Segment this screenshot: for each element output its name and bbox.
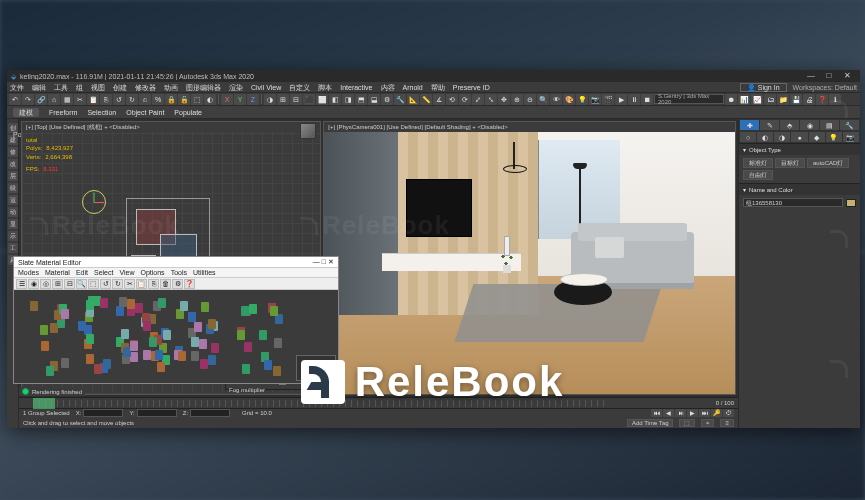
material-editor-titlebar[interactable]: Slate Material Editor — □ ✕ bbox=[14, 257, 338, 268]
menu-item[interactable]: 自定义 bbox=[289, 84, 310, 91]
toolbar-button[interactable]: ⏸ bbox=[628, 94, 640, 105]
material-node[interactable] bbox=[194, 322, 202, 332]
playback-button[interactable]: ⏮ bbox=[651, 409, 662, 417]
material-node[interactable] bbox=[249, 304, 257, 314]
mateditor-tool-button[interactable]: ↺ bbox=[100, 279, 111, 289]
command-tab[interactable]: ▤ bbox=[820, 120, 839, 130]
material-node[interactable] bbox=[86, 334, 94, 344]
menu-item[interactable]: Civil View bbox=[251, 84, 281, 91]
menu-item[interactable]: 内容 bbox=[381, 84, 395, 91]
toolbar-button[interactable]: ▦ bbox=[61, 94, 73, 105]
toolbar-button[interactable]: 🖨 bbox=[803, 94, 815, 105]
left-strip-button[interactable]: 级 bbox=[8, 183, 18, 193]
material-node[interactable] bbox=[41, 341, 49, 351]
toolbar-button[interactable]: ⌂ bbox=[48, 94, 60, 105]
command-category[interactable]: 📷 bbox=[843, 132, 859, 142]
material-node[interactable] bbox=[208, 319, 216, 329]
material-node[interactable] bbox=[163, 330, 171, 340]
toolbar-button[interactable]: ℹ bbox=[829, 94, 841, 105]
toolbar-button[interactable]: ◑ bbox=[264, 94, 276, 105]
material-node[interactable] bbox=[264, 360, 272, 370]
material-node[interactable] bbox=[143, 321, 151, 331]
material-node[interactable] bbox=[237, 330, 245, 340]
material-node[interactable] bbox=[46, 366, 54, 376]
toolbar-button[interactable]: 📐 bbox=[407, 94, 419, 105]
transform-gizmo[interactable] bbox=[82, 190, 106, 214]
playback-button[interactable]: ▶ bbox=[687, 409, 698, 417]
material-node[interactable] bbox=[242, 364, 250, 374]
material-node[interactable] bbox=[157, 362, 165, 372]
command-category[interactable]: 💡 bbox=[826, 132, 842, 142]
material-node[interactable] bbox=[201, 302, 209, 312]
menu-item[interactable]: Preserve ID bbox=[453, 84, 490, 91]
playback-button[interactable]: 🔑 bbox=[711, 409, 722, 417]
command-tab[interactable]: ✎ bbox=[760, 120, 779, 130]
mateditor-tool-button[interactable]: ◎ bbox=[40, 279, 51, 289]
toolbar-button[interactable]: ↷ bbox=[22, 94, 34, 105]
material-node[interactable] bbox=[94, 364, 102, 374]
material-node[interactable] bbox=[241, 306, 249, 316]
menu-item[interactable]: 修改器 bbox=[135, 84, 156, 91]
toolbar-button[interactable]: ⏺ bbox=[725, 94, 737, 105]
material-node[interactable] bbox=[188, 312, 196, 322]
toolbar-button[interactable]: ↺ bbox=[113, 94, 125, 105]
toolbar-button[interactable]: 📏 bbox=[420, 94, 432, 105]
command-tab[interactable]: 🔧 bbox=[840, 120, 859, 130]
menu-item[interactable]: 视图 bbox=[91, 84, 105, 91]
command-category[interactable]: ● bbox=[791, 132, 807, 142]
toolbar-button[interactable]: 📋 bbox=[87, 94, 99, 105]
coord-z-input[interactable] bbox=[190, 409, 230, 417]
toolbar-button[interactable]: ⎘ bbox=[100, 94, 112, 105]
material-node[interactable] bbox=[149, 337, 157, 347]
toolbar-button[interactable]: ◧ bbox=[329, 94, 341, 105]
mateditor-menu-item[interactable]: Tools bbox=[171, 269, 187, 276]
material-node[interactable] bbox=[208, 355, 216, 365]
object-name-field[interactable]: 组136558130 bbox=[743, 198, 843, 207]
mateditor-menu-item[interactable]: Options bbox=[141, 269, 165, 276]
maximize-button[interactable]: □ bbox=[820, 71, 838, 81]
left-strip-button[interactable]: 工 bbox=[8, 243, 18, 253]
material-node[interactable] bbox=[191, 337, 199, 347]
mateditor-tool-button[interactable]: ⬚ bbox=[88, 279, 99, 289]
menu-item[interactable]: 帮助 bbox=[431, 84, 445, 91]
material-node[interactable] bbox=[40, 325, 48, 335]
close-button[interactable]: ✕ bbox=[838, 71, 856, 81]
command-tab[interactable]: ✚ bbox=[740, 120, 759, 130]
param-spinner[interactable]: 1 bbox=[313, 386, 335, 394]
mateditor-tool-button[interactable]: ❓ bbox=[184, 279, 195, 289]
toolbar-button[interactable]: ⬒ bbox=[355, 94, 367, 105]
mateditor-tool-button[interactable]: 🔍 bbox=[76, 279, 87, 289]
snap-button[interactable]: ⌖ bbox=[701, 419, 714, 427]
material-node[interactable] bbox=[103, 359, 111, 369]
material-node[interactable] bbox=[270, 306, 278, 316]
material-node[interactable] bbox=[199, 339, 207, 349]
timeline-cursor[interactable] bbox=[33, 398, 55, 409]
toolbar-button[interactable]: ⬚ bbox=[191, 94, 203, 105]
mateditor-tool-button[interactable]: ⎘ bbox=[148, 279, 159, 289]
toolbar-button[interactable]: 💾 bbox=[790, 94, 802, 105]
mateditor-tool-button[interactable]: ⊞ bbox=[52, 279, 63, 289]
mateditor-menu-item[interactable]: Select bbox=[94, 269, 113, 276]
menu-item[interactable]: 脚本 bbox=[318, 84, 332, 91]
viewport-label[interactable]: [+] [PhysCamera001] [Use Defined] [Defau… bbox=[328, 124, 507, 130]
toolbar-button[interactable]: ⤢ bbox=[472, 94, 484, 105]
mateditor-tool-button[interactable]: 📋 bbox=[136, 279, 147, 289]
mateditor-tool-button[interactable]: ◉ bbox=[28, 279, 39, 289]
timeline-track[interactable] bbox=[33, 400, 608, 407]
mateditor-tool-button[interactable]: ↻ bbox=[112, 279, 123, 289]
menu-item[interactable]: 文件 bbox=[10, 84, 24, 91]
maxscript-button[interactable]: ≡ bbox=[720, 419, 734, 427]
command-category[interactable]: ◐ bbox=[757, 132, 773, 142]
menu-item[interactable]: Arnold bbox=[403, 84, 423, 91]
viewport-label[interactable]: [+] [Top] [Use Defined] [线框] + <Disabled… bbox=[26, 124, 140, 130]
command-tab[interactable]: ◉ bbox=[800, 120, 819, 130]
material-node[interactable] bbox=[180, 301, 188, 311]
toolbar-button[interactable]: ◐ bbox=[204, 94, 216, 105]
axis-y-button[interactable]: Y bbox=[234, 94, 246, 105]
mateditor-menu-item[interactable]: Material bbox=[45, 269, 70, 276]
material-editor-window[interactable]: Slate Material Editor — □ ✕ ModesMateria… bbox=[13, 256, 339, 384]
material-node[interactable] bbox=[274, 338, 282, 348]
command-category[interactable]: ◆ bbox=[809, 132, 825, 142]
signin-button[interactable]: 👤 Sign In bbox=[740, 83, 787, 92]
mateditor-tool-button[interactable]: ✂ bbox=[124, 279, 135, 289]
